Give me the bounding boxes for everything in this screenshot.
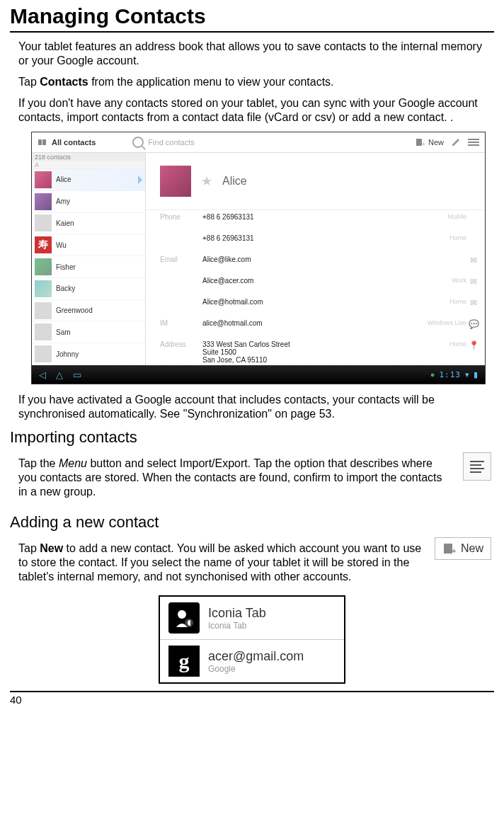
contact-item: Greenwood — [32, 300, 145, 322]
contacts-group-icon — [38, 138, 47, 147]
google-account-icon: g — [168, 646, 200, 677]
field-value: Alice@hotmail.com — [202, 298, 410, 306]
detail-row: Address333 West San Carlos Street Suite … — [146, 338, 485, 365]
detail-row: Phone+88 6 26963131Mobile — [146, 210, 485, 231]
back-icon: ◁ — [39, 369, 46, 380]
contact-item: Sam — [32, 321, 145, 343]
field-action-icon: ✉ — [466, 277, 481, 287]
field-value: +88 6 26963131 — [202, 213, 410, 221]
field-action-icon: ✉ — [466, 298, 481, 308]
field-label: Email — [160, 256, 202, 263]
favorite-star-icon: ★ — [201, 173, 212, 189]
edit-icon — [451, 137, 461, 147]
account-name: Iconia Tab — [208, 606, 266, 621]
field-type: Home — [410, 234, 466, 241]
screenshot-topbar: All contacts Find contacts + New — [32, 132, 485, 153]
recent-apps-icon: ▭ — [73, 369, 81, 380]
menu-italic: Menu — [59, 457, 87, 469]
avatar — [35, 258, 52, 275]
avatar — [35, 193, 52, 210]
detail-row: Alice@hotmail.comHome✉ — [146, 295, 485, 316]
account-option-tablet: Iconia Tab Iconia Tab — [160, 597, 344, 640]
field-value: alice@hotmail.com — [202, 319, 410, 327]
contact-detail-panel: ★ Alice Phone+88 6 26963131Mobile+88 6 2… — [146, 153, 485, 365]
svg-rect-2 — [416, 139, 422, 146]
account-type: Google — [208, 664, 304, 674]
contact-item: Amy — [32, 191, 145, 213]
import-paragraph: Tap the Menu button and select Import/Ex… — [18, 457, 450, 499]
avatar — [35, 302, 52, 319]
svg-rect-0 — [38, 139, 42, 145]
intro-paragraph-1: Your tablet features an address book tha… — [18, 40, 487, 68]
tablet-account-icon — [168, 602, 200, 634]
add-paragraph: Tap New to add a new contact. You will b… — [18, 541, 422, 584]
account-type: Iconia Tab — [208, 621, 266, 631]
new-button-figure: + New — [435, 537, 491, 560]
contacts-bold: Contacts — [40, 76, 88, 88]
avatar — [35, 323, 52, 340]
detail-row: EmailAlice@like.com✉ — [146, 253, 485, 274]
svg-text:+: + — [422, 141, 425, 147]
detail-row: +88 6 26963131Home — [146, 231, 485, 253]
field-type: Mobile — [410, 213, 466, 220]
notification-icon: ● — [430, 370, 435, 379]
sync-paragraph: If you have activated a Google account t… — [18, 393, 487, 421]
field-label: IM — [160, 319, 202, 327]
clock: 1:13 — [440, 370, 462, 379]
importing-heading: Importing contacts — [10, 428, 494, 447]
intro-paragraph-3: If you don't have any contacts stored on… — [18, 96, 487, 125]
account-name: acer@gmail.com — [208, 649, 304, 664]
field-type: Home — [410, 298, 466, 305]
field-value: Alice@acer.com — [202, 277, 410, 285]
all-contacts-label: All contacts — [52, 138, 96, 147]
field-action-icon: 📍 — [466, 340, 481, 350]
wifi-icon: ▾ — [465, 370, 469, 379]
contact-item-alice: Alice — [32, 169, 145, 191]
add-contact-icon: + — [416, 138, 425, 147]
svg-point-7 — [178, 610, 186, 619]
contacts-list-panel: 218 contacts A Alice Amy Kaien 寿 — [32, 153, 146, 365]
intro-paragraph-2: Tap Contacts from the application menu t… — [18, 75, 487, 89]
system-navbar: ◁ △ ▭ ● 1:13 ▾ ▮ — [32, 365, 485, 384]
avatar — [35, 280, 52, 297]
field-value: +88 6 26963131 — [202, 234, 410, 242]
field-label: Phone — [160, 213, 202, 221]
avatar — [35, 345, 52, 362]
avatar: 寿 — [35, 236, 52, 253]
contact-item: 寿 Wu — [32, 234, 145, 256]
add-contact-icon: + — [442, 542, 457, 555]
search-placeholder: Find contacts — [148, 138, 194, 147]
field-type: Home — [410, 340, 466, 348]
contact-photo — [160, 166, 191, 197]
menu-icon — [468, 137, 479, 147]
field-type: Work — [410, 277, 466, 284]
page-number: 40 — [10, 691, 494, 706]
contact-name: Alice — [222, 175, 247, 188]
detail-row: Alice@acer.comWork✉ — [146, 274, 485, 295]
svg-rect-1 — [42, 139, 46, 145]
contact-item: Backy — [32, 278, 145, 300]
field-label: Address — [160, 340, 202, 348]
menu-icon — [470, 459, 484, 475]
letter-header: A — [32, 161, 145, 169]
menu-button-figure — [463, 452, 491, 481]
contact-count: 218 contacts — [32, 153, 145, 161]
new-contact-button: + New — [416, 138, 444, 147]
search-icon — [132, 137, 144, 148]
account-option-google: g acer@gmail.com Google — [160, 640, 344, 682]
svg-text:+: + — [452, 546, 456, 555]
field-value: 333 West San Carlos Street Suite 1500 Sa… — [202, 340, 410, 364]
home-icon: △ — [56, 369, 63, 380]
chevron-right-icon — [138, 176, 142, 184]
field-type: Windows Live — [410, 319, 466, 326]
avatar — [35, 214, 52, 231]
new-bold: New — [40, 542, 63, 554]
field-action-icon: 💬 — [466, 319, 481, 329]
contacts-app-screenshot: All contacts Find contacts + New 218 con… — [31, 132, 486, 384]
detail-row: IMalice@hotmail.comWindows Live💬 — [146, 316, 485, 338]
field-value: Alice@like.com — [202, 256, 410, 263]
page-title: Managing Contacts — [10, 4, 494, 33]
battery-icon: ▮ — [474, 370, 478, 379]
avatar — [35, 171, 52, 188]
contact-item: Kaien — [32, 213, 145, 235]
